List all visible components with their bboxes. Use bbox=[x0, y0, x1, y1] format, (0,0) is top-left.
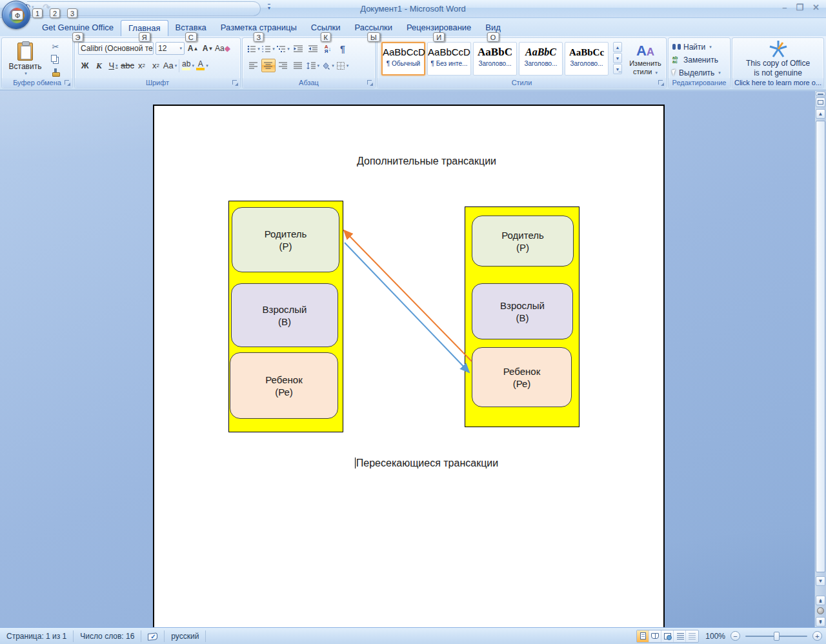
box-adult-right[interactable]: Взрослый (В) bbox=[472, 283, 573, 339]
change-styles-button[interactable]: АА Изменить стили ▾ bbox=[627, 41, 664, 79]
group-label-paragraph[interactable]: Абзац bbox=[243, 78, 375, 88]
copy-button[interactable] bbox=[48, 54, 63, 65]
decrease-indent-button[interactable] bbox=[291, 42, 305, 55]
align-center-button[interactable] bbox=[261, 59, 276, 72]
sort-button[interactable]: АЯ↓ bbox=[321, 42, 335, 55]
vertical-scrollbar[interactable]: ▲ ▼ ▲▲ ▼▼ bbox=[814, 91, 826, 627]
document-page[interactable]: Дополнительные трансакции Родитель (Р) В… bbox=[153, 105, 665, 627]
borders-button[interactable]: ▾ bbox=[336, 59, 350, 72]
increase-indent-button[interactable] bbox=[306, 42, 320, 55]
outline-view-button[interactable] bbox=[674, 630, 686, 642]
styles-dialog-launcher[interactable] bbox=[658, 79, 665, 86]
tab-home[interactable]: ГлавнаяЯ bbox=[121, 20, 168, 36]
box-child-right[interactable]: Ребенок (Ре) bbox=[472, 347, 572, 407]
zoom-out-button[interactable]: − bbox=[730, 631, 740, 641]
box-adult-left[interactable]: Взрослый (В) bbox=[231, 283, 338, 347]
find-dropdown-arrow[interactable]: ▾ bbox=[709, 45, 712, 50]
box-child-left[interactable]: Ребенок (Ре) bbox=[230, 352, 338, 419]
highlight-color-button[interactable]: ab ▾ bbox=[181, 59, 195, 72]
style-normal[interactable]: AaBbCcD ¶ Обычный bbox=[381, 42, 425, 75]
clear-formatting-button[interactable]: Аа◆ bbox=[216, 42, 229, 55]
tab-get-genuine-office[interactable]: Get Genuine OfficeЭ bbox=[35, 20, 121, 36]
align-right-button[interactable] bbox=[276, 59, 290, 72]
bold-button[interactable]: Ж bbox=[78, 59, 92, 72]
bullets-dropdown-arrow[interactable]: ▾ bbox=[257, 46, 260, 52]
select-button[interactable]: Выделить▾ bbox=[672, 67, 721, 78]
align-left-button[interactable] bbox=[247, 59, 261, 72]
underline-button[interactable]: Ч▾ bbox=[106, 59, 120, 72]
transaction-column-right[interactable]: Родитель (Р) Взрослый (В) Ребенок (Ре) bbox=[465, 206, 579, 427]
ruler-toggle-button[interactable] bbox=[816, 97, 825, 107]
grow-font-button[interactable]: А▲ bbox=[186, 42, 199, 55]
change-case-dropdown-arrow[interactable]: ▾ bbox=[175, 63, 177, 68]
tab-references[interactable]: СсылкиК bbox=[304, 20, 348, 36]
close-button[interactable]: ✕ bbox=[812, 3, 820, 12]
box-parent-right[interactable]: Родитель (Р) bbox=[472, 216, 574, 267]
previous-page-button[interactable]: ▲▲ bbox=[816, 596, 825, 605]
subscript-button[interactable]: x2 bbox=[135, 59, 148, 72]
draft-view-button[interactable] bbox=[686, 630, 698, 642]
borders-dropdown-arrow[interactable]: ▾ bbox=[347, 63, 349, 68]
tab-review[interactable]: РецензированиеИ bbox=[399, 20, 478, 36]
scroll-up-button[interactable]: ▲ bbox=[816, 109, 825, 119]
box-parent-left[interactable]: Родитель (Р) bbox=[232, 207, 339, 272]
style-heading3[interactable]: AaBbCc Заголово... bbox=[565, 42, 609, 75]
office-button[interactable]: Ф bbox=[2, 1, 30, 29]
zoom-slider-thumb[interactable] bbox=[774, 632, 780, 641]
zoom-level[interactable]: 100% bbox=[705, 632, 725, 641]
tab-insert[interactable]: ВставкаС bbox=[168, 20, 214, 36]
superscript-button[interactable]: x2 bbox=[149, 59, 163, 72]
minimize-button[interactable]: – bbox=[782, 3, 787, 12]
gallery-scroll-down-button[interactable]: ▼ bbox=[613, 53, 622, 63]
style-heading2[interactable]: AaBbC Заголово... bbox=[519, 42, 563, 75]
multilevel-dropdown-arrow[interactable]: ▾ bbox=[287, 46, 290, 52]
font-color-button[interactable]: А ▾ bbox=[196, 59, 209, 72]
format-painter-button[interactable] bbox=[48, 66, 63, 78]
heading-top[interactable]: Дополнительные трансакции bbox=[190, 156, 663, 167]
gallery-scroll-up-button[interactable]: ▲ bbox=[613, 42, 622, 52]
paragraph-dialog-launcher[interactable] bbox=[367, 79, 374, 86]
strikethrough-button[interactable]: abc bbox=[121, 59, 134, 72]
replace-button[interactable]: abacЗаменить bbox=[672, 54, 721, 65]
paste-button[interactable]: Вставить ▾ bbox=[7, 41, 43, 78]
zoom-in-button[interactable]: + bbox=[812, 631, 822, 641]
clipboard-dialog-launcher[interactable] bbox=[64, 79, 71, 86]
scrollbar-thumb[interactable] bbox=[816, 121, 825, 572]
font-color-dropdown-arrow[interactable]: ▾ bbox=[206, 63, 208, 68]
full-screen-reading-view-button[interactable] bbox=[649, 630, 661, 642]
cut-button[interactable]: ✂ bbox=[48, 41, 63, 52]
show-marks-button[interactable]: ¶ bbox=[336, 42, 350, 55]
line-spacing-button[interactable]: ▾ bbox=[306, 59, 320, 72]
font-name-combo[interactable]: Calibri (Основной те▾ bbox=[78, 42, 154, 55]
highlight-dropdown-arrow[interactable]: ▾ bbox=[192, 63, 194, 68]
numbering-button[interactable]: ▾ bbox=[261, 42, 276, 55]
underline-dropdown-arrow[interactable]: ▾ bbox=[116, 63, 118, 68]
genuine-learn-more-link[interactable]: Click here to learn more o... bbox=[732, 78, 823, 88]
transaction-column-left[interactable]: Родитель (Р) Взрослый (В) Ребенок (Ре) bbox=[228, 201, 343, 432]
justify-button[interactable] bbox=[291, 59, 305, 72]
language-indicator[interactable]: русский bbox=[165, 630, 206, 642]
print-layout-view-button[interactable] bbox=[637, 630, 649, 642]
numbering-dropdown-arrow[interactable]: ▾ bbox=[272, 46, 275, 52]
line-spacing-dropdown-arrow[interactable]: ▾ bbox=[317, 63, 319, 68]
shading-button[interactable]: ▾ bbox=[321, 59, 335, 72]
word-count-indicator[interactable]: Число слов: 16 bbox=[74, 630, 141, 642]
page-number-indicator[interactable]: Страница: 1 из 1 bbox=[0, 630, 74, 642]
change-case-button[interactable]: Аа▾ bbox=[163, 59, 177, 72]
group-label-font[interactable]: Шрифт bbox=[75, 78, 240, 88]
multilevel-list-button[interactable]: ▾ bbox=[276, 42, 290, 55]
tab-view[interactable]: ВидО bbox=[478, 20, 508, 36]
split-handle[interactable] bbox=[816, 92, 825, 96]
group-genuine-notice[interactable]: This copy of Office is not genuine Click… bbox=[732, 37, 824, 88]
restore-button[interactable]: ❐ bbox=[796, 3, 803, 12]
style-no-spacing[interactable]: AaBbCcD ¶ Без инте... bbox=[427, 42, 471, 75]
select-dropdown-arrow[interactable]: ▾ bbox=[718, 70, 721, 75]
next-page-button[interactable]: ▼▼ bbox=[816, 617, 825, 627]
font-dialog-launcher[interactable] bbox=[232, 79, 239, 86]
shrink-font-button[interactable]: А▼ bbox=[201, 42, 214, 55]
zoom-slider[interactable] bbox=[745, 631, 807, 641]
tab-page-layout[interactable]: Разметка страницыЗ bbox=[214, 20, 304, 36]
scroll-down-button[interactable]: ▼ bbox=[816, 576, 825, 586]
style-heading1[interactable]: AaBbC Заголово... bbox=[473, 42, 517, 75]
heading-bottom[interactable]: Пересекающиеся трансакции bbox=[190, 458, 663, 469]
